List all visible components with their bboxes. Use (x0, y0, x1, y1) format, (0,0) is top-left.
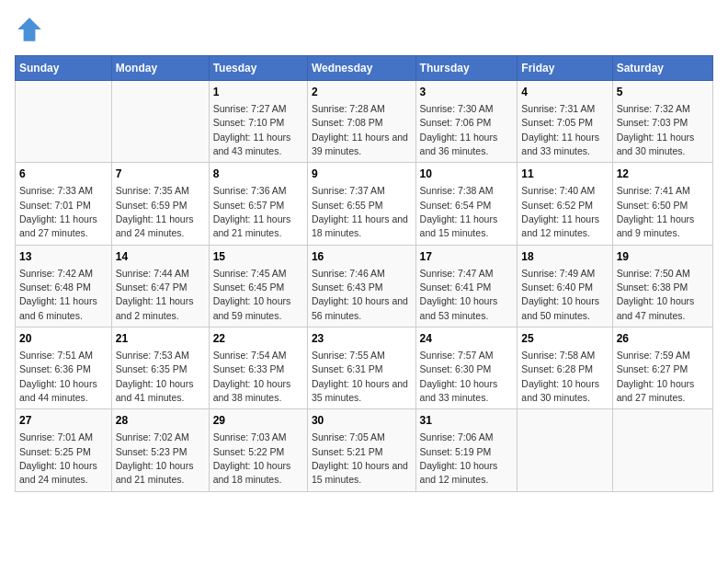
day-info: Sunrise: 7:45 AM Sunset: 6:45 PM Dayligh… (213, 268, 291, 321)
calendar-cell: 19Sunrise: 7:50 AM Sunset: 6:38 PM Dayli… (612, 245, 712, 327)
day-number: 10 (420, 167, 514, 182)
day-number: 18 (521, 249, 608, 265)
calendar-cell: 31Sunrise: 7:06 AM Sunset: 5:19 PM Dayli… (415, 409, 518, 491)
calendar-cell: 10Sunrise: 7:38 AM Sunset: 6:54 PM Dayli… (415, 163, 518, 245)
calendar-cell: 30Sunrise: 7:05 AM Sunset: 5:21 PM Dayli… (307, 409, 415, 491)
calendar-cell: 25Sunrise: 7:58 AM Sunset: 6:28 PM Dayli… (518, 327, 612, 409)
logo (15, 15, 48, 44)
calendar-cell: 9Sunrise: 7:37 AM Sunset: 6:55 PM Daylig… (307, 163, 415, 245)
day-number: 13 (19, 249, 108, 265)
day-info: Sunrise: 7:06 AM Sunset: 5:19 PM Dayligh… (420, 431, 498, 485)
day-info: Sunrise: 7:27 AM Sunset: 7:10 PM Dayligh… (213, 103, 291, 156)
day-number: 9 (312, 167, 412, 182)
calendar-cell: 24Sunrise: 7:57 AM Sunset: 6:30 PM Dayli… (415, 327, 518, 409)
day-info: Sunrise: 7:59 AM Sunset: 6:27 PM Dayligh… (617, 350, 695, 403)
calendar-cell: 7Sunrise: 7:35 AM Sunset: 6:59 PM Daylig… (111, 163, 209, 245)
day-info: Sunrise: 7:42 AM Sunset: 6:48 PM Dayligh… (19, 268, 97, 321)
day-number: 27 (19, 413, 108, 429)
day-number: 30 (312, 413, 412, 429)
week-row-5: 27Sunrise: 7:01 AM Sunset: 5:25 PM Dayli… (16, 409, 713, 491)
calendar-cell (16, 81, 112, 163)
calendar-cell: 28Sunrise: 7:02 AM Sunset: 5:23 PM Dayli… (111, 409, 209, 491)
calendar-cell: 26Sunrise: 7:59 AM Sunset: 6:27 PM Dayli… (612, 327, 712, 409)
day-info: Sunrise: 7:32 AM Sunset: 7:03 PM Dayligh… (617, 103, 695, 156)
day-info: Sunrise: 7:05 AM Sunset: 5:21 PM Dayligh… (312, 431, 408, 485)
day-info: Sunrise: 7:38 AM Sunset: 6:54 PM Dayligh… (420, 185, 498, 238)
day-number: 24 (420, 331, 514, 347)
day-info: Sunrise: 7:51 AM Sunset: 6:36 PM Dayligh… (19, 350, 97, 403)
day-number: 17 (420, 249, 514, 265)
day-info: Sunrise: 7:54 AM Sunset: 6:33 PM Dayligh… (213, 350, 291, 403)
day-info: Sunrise: 7:55 AM Sunset: 6:31 PM Dayligh… (312, 350, 408, 403)
day-number: 4 (521, 85, 608, 100)
header-monday: Monday (111, 56, 209, 81)
calendar-table: SundayMondayTuesdayWednesdayThursdayFrid… (15, 55, 713, 492)
calendar-body: 1Sunrise: 7:27 AM Sunset: 7:10 PM Daylig… (16, 81, 713, 492)
day-info: Sunrise: 7:36 AM Sunset: 6:57 PM Dayligh… (213, 185, 291, 238)
day-number: 2 (312, 85, 412, 100)
day-info: Sunrise: 7:46 AM Sunset: 6:43 PM Dayligh… (312, 268, 408, 321)
calendar-cell: 27Sunrise: 7:01 AM Sunset: 5:25 PM Dayli… (16, 409, 112, 491)
day-number: 8 (213, 167, 303, 182)
calendar-cell (612, 409, 712, 491)
header-thursday: Thursday (415, 56, 518, 81)
day-number: 5 (617, 85, 709, 100)
header-sunday: Sunday (16, 56, 112, 81)
day-number: 12 (617, 167, 709, 182)
day-info: Sunrise: 7:44 AM Sunset: 6:47 PM Dayligh… (116, 268, 194, 321)
calendar-cell: 20Sunrise: 7:51 AM Sunset: 6:36 PM Dayli… (16, 327, 112, 409)
calendar-cell: 13Sunrise: 7:42 AM Sunset: 6:48 PM Dayli… (16, 245, 112, 327)
logo-icon (15, 15, 44, 44)
day-info: Sunrise: 7:50 AM Sunset: 6:38 PM Dayligh… (617, 268, 695, 321)
day-info: Sunrise: 7:35 AM Sunset: 6:59 PM Dayligh… (116, 185, 194, 238)
calendar-cell: 5Sunrise: 7:32 AM Sunset: 7:03 PM Daylig… (612, 81, 712, 163)
day-number: 22 (213, 331, 303, 347)
day-number: 26 (617, 331, 709, 347)
calendar-cell (518, 409, 612, 491)
week-row-4: 20Sunrise: 7:51 AM Sunset: 6:36 PM Dayli… (16, 327, 713, 409)
week-row-1: 1Sunrise: 7:27 AM Sunset: 7:10 PM Daylig… (16, 81, 713, 163)
calendar-cell: 17Sunrise: 7:47 AM Sunset: 6:41 PM Dayli… (415, 245, 518, 327)
calendar-cell: 15Sunrise: 7:45 AM Sunset: 6:45 PM Dayli… (209, 245, 307, 327)
calendar-cell: 1Sunrise: 7:27 AM Sunset: 7:10 PM Daylig… (209, 81, 307, 163)
day-number: 3 (420, 85, 514, 100)
day-info: Sunrise: 7:49 AM Sunset: 6:40 PM Dayligh… (521, 268, 599, 321)
day-number: 29 (213, 413, 303, 429)
calendar-header: SundayMondayTuesdayWednesdayThursdayFrid… (16, 56, 713, 81)
day-number: 31 (420, 413, 514, 429)
header-saturday: Saturday (612, 56, 712, 81)
calendar-cell: 14Sunrise: 7:44 AM Sunset: 6:47 PM Dayli… (111, 245, 209, 327)
day-info: Sunrise: 7:37 AM Sunset: 6:55 PM Dayligh… (312, 185, 408, 238)
calendar-cell: 6Sunrise: 7:33 AM Sunset: 7:01 PM Daylig… (16, 163, 112, 245)
calendar-cell: 29Sunrise: 7:03 AM Sunset: 5:22 PM Dayli… (209, 409, 307, 491)
calendar-cell: 16Sunrise: 7:46 AM Sunset: 6:43 PM Dayli… (307, 245, 415, 327)
day-number: 19 (617, 249, 709, 265)
page-header (15, 15, 713, 44)
calendar-cell: 22Sunrise: 7:54 AM Sunset: 6:33 PM Dayli… (209, 327, 307, 409)
day-number: 7 (116, 167, 205, 182)
week-row-3: 13Sunrise: 7:42 AM Sunset: 6:48 PM Dayli… (16, 245, 713, 327)
day-number: 6 (19, 167, 108, 182)
day-info: Sunrise: 7:01 AM Sunset: 5:25 PM Dayligh… (19, 431, 97, 485)
day-info: Sunrise: 7:40 AM Sunset: 6:52 PM Dayligh… (521, 185, 599, 238)
day-info: Sunrise: 7:33 AM Sunset: 7:01 PM Dayligh… (19, 185, 97, 238)
calendar-cell: 2Sunrise: 7:28 AM Sunset: 7:08 PM Daylig… (307, 81, 415, 163)
calendar-cell (111, 81, 209, 163)
week-row-2: 6Sunrise: 7:33 AM Sunset: 7:01 PM Daylig… (16, 163, 713, 245)
calendar-cell: 18Sunrise: 7:49 AM Sunset: 6:40 PM Dayli… (518, 245, 612, 327)
day-number: 1 (213, 85, 303, 100)
day-info: Sunrise: 7:30 AM Sunset: 7:06 PM Dayligh… (420, 103, 498, 156)
svg-marker-0 (17, 17, 41, 41)
calendar-cell: 4Sunrise: 7:31 AM Sunset: 7:05 PM Daylig… (518, 81, 612, 163)
day-info: Sunrise: 7:57 AM Sunset: 6:30 PM Dayligh… (420, 350, 498, 403)
header-wednesday: Wednesday (307, 56, 415, 81)
day-info: Sunrise: 7:58 AM Sunset: 6:28 PM Dayligh… (521, 350, 599, 403)
day-number: 23 (312, 331, 412, 347)
calendar-cell: 11Sunrise: 7:40 AM Sunset: 6:52 PM Dayli… (518, 163, 612, 245)
day-number: 14 (116, 249, 205, 265)
day-info: Sunrise: 7:03 AM Sunset: 5:22 PM Dayligh… (213, 431, 291, 485)
calendar-cell: 21Sunrise: 7:53 AM Sunset: 6:35 PM Dayli… (111, 327, 209, 409)
day-info: Sunrise: 7:28 AM Sunset: 7:08 PM Dayligh… (312, 103, 408, 156)
day-number: 16 (312, 249, 412, 265)
header-tuesday: Tuesday (209, 56, 307, 81)
